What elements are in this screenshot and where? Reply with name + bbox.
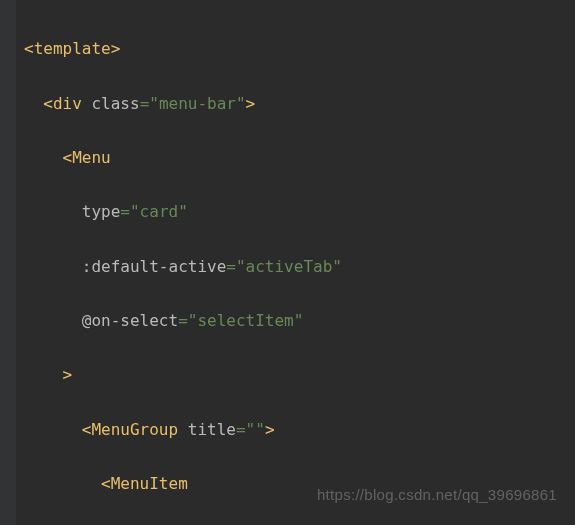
angle-open: < bbox=[101, 474, 111, 493]
indent bbox=[24, 474, 101, 493]
code-editor[interactable]: <template> <div class="menu-bar"> <Menu … bbox=[0, 0, 575, 525]
quote: " bbox=[332, 257, 342, 276]
indent bbox=[24, 148, 63, 167]
value: selectItem bbox=[197, 311, 293, 330]
code-line: <Menu bbox=[24, 144, 575, 171]
equals: = bbox=[236, 420, 246, 439]
code-line: @on-select="selectItem" bbox=[24, 307, 575, 334]
code-line: > bbox=[24, 361, 575, 388]
quote: " bbox=[149, 94, 159, 113]
angle-open: < bbox=[43, 94, 53, 113]
equals: = bbox=[140, 94, 150, 113]
equals: = bbox=[226, 257, 236, 276]
code-line: <MenuGroup title=""> bbox=[24, 416, 575, 443]
tag-template: template bbox=[34, 39, 111, 58]
value: card bbox=[140, 202, 179, 221]
attr-default-active: :default-active bbox=[82, 257, 227, 276]
quote: " bbox=[294, 311, 304, 330]
angle-open: < bbox=[63, 148, 73, 167]
indent bbox=[24, 202, 82, 221]
quote: " bbox=[236, 94, 246, 113]
tag-menugroup: MenuGroup bbox=[91, 420, 178, 439]
quote: " bbox=[246, 420, 256, 439]
indent bbox=[24, 420, 82, 439]
attr-class: class bbox=[91, 94, 139, 113]
editor-gutter bbox=[0, 0, 16, 525]
watermark-text: https://blog.csdn.net/qq_39696861 bbox=[317, 482, 557, 508]
attr-type: type bbox=[82, 202, 121, 221]
value: activeTab bbox=[246, 257, 333, 276]
code-line: :default-active="activeTab" bbox=[24, 253, 575, 280]
angle-close: > bbox=[246, 94, 256, 113]
indent bbox=[24, 311, 82, 330]
quote: " bbox=[188, 311, 198, 330]
angle-close: > bbox=[265, 420, 275, 439]
indent bbox=[24, 94, 43, 113]
angle-open: < bbox=[82, 420, 92, 439]
angle-open: < bbox=[24, 39, 34, 58]
tag-menu: Menu bbox=[72, 148, 111, 167]
code-line: type="card" bbox=[24, 198, 575, 225]
tag-menuitem: MenuItem bbox=[111, 474, 188, 493]
space bbox=[178, 420, 188, 439]
quote: " bbox=[130, 202, 140, 221]
equals: = bbox=[178, 311, 188, 330]
indent bbox=[24, 257, 82, 276]
quote: " bbox=[255, 420, 265, 439]
code-line: <div class="menu-bar"> bbox=[24, 90, 575, 117]
value: menu-bar bbox=[159, 94, 236, 113]
attr-on-select: @on-select bbox=[82, 311, 178, 330]
angle-close: > bbox=[111, 39, 121, 58]
code-line: <template> bbox=[24, 35, 575, 62]
quote: " bbox=[236, 257, 246, 276]
tag-div: div bbox=[53, 94, 82, 113]
space bbox=[82, 94, 92, 113]
attr-title: title bbox=[188, 420, 236, 439]
angle-close: > bbox=[63, 365, 73, 384]
indent bbox=[24, 365, 63, 384]
quote: " bbox=[178, 202, 188, 221]
equals: = bbox=[120, 202, 130, 221]
